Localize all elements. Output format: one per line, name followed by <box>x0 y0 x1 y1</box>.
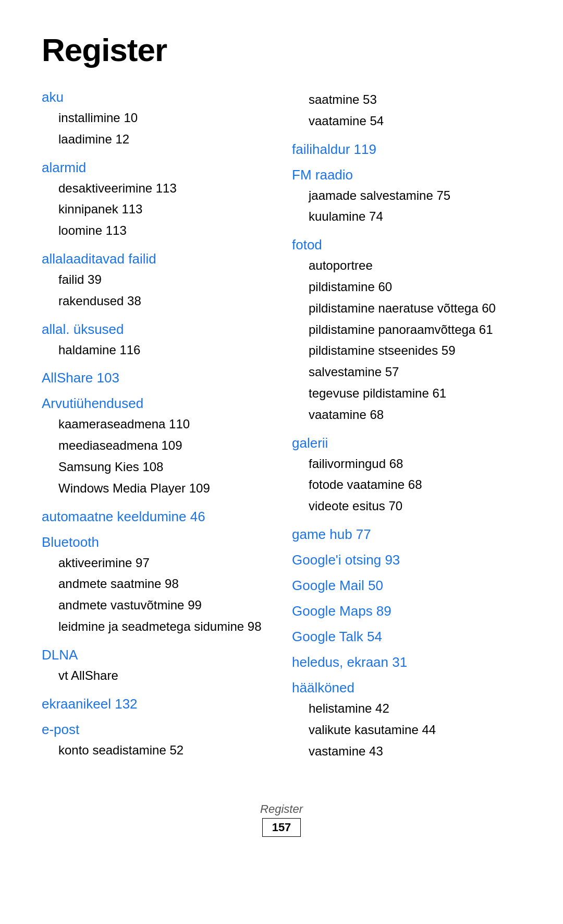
sub-item: vaatamine 54 <box>292 111 521 132</box>
sub-item: vaatamine 68 <box>292 404 521 426</box>
sub-item: valikute kasutamine 44 <box>292 719 521 741</box>
index-entry: galeriifailivormingud 68fotode vaatamine… <box>292 435 521 517</box>
sub-item: jaamade salvestamine 75 <box>292 185 521 207</box>
sub-item: autoportree <box>292 255 521 277</box>
entry-title: Google Mail 50 <box>292 578 521 594</box>
sub-item: desaktiveerimine 113 <box>42 178 271 199</box>
sub-item: Samsung Kies 108 <box>42 457 271 478</box>
sub-item: pildistamine naeratuse võttega 60 <box>292 298 521 319</box>
sub-item: failid 39 <box>42 269 271 291</box>
entry-title: allalaaditavad failid <box>42 251 271 267</box>
sub-item: andmete vastuvõtmine 99 <box>42 595 271 616</box>
sub-item: tegevuse pildistamine 61 <box>292 383 521 404</box>
index-entry: Google Maps 89 <box>292 603 521 619</box>
sub-item: andmete saatmine 98 <box>42 573 271 595</box>
sub-item: pildistamine 60 <box>292 277 521 298</box>
page-footer: Register 157 <box>42 802 521 837</box>
index-entry: game hub 77 <box>292 526 521 543</box>
index-entry: häälkönedhelistamine 42valikute kasutami… <box>292 680 521 762</box>
index-entry: automaatne keeldumine 46 <box>42 509 271 525</box>
entry-title: FM raadio <box>292 167 521 183</box>
index-entry: Arvutiühendusedkaameraseadmena 110meedia… <box>42 395 271 499</box>
index-entry: Google Talk 54 <box>292 629 521 645</box>
sub-item: fotode vaatamine 68 <box>292 474 521 496</box>
index-entry: ekraanikeel 132 <box>42 696 271 712</box>
sub-item: loomine 113 <box>42 220 271 242</box>
index-entry: FM raadiojaamade salvestamine 75kuulamin… <box>292 167 521 228</box>
entry-title: AllShare 103 <box>42 370 271 386</box>
page-title: Register <box>42 31 521 68</box>
sub-item: kuulamine 74 <box>292 206 521 227</box>
sub-item: salvestamine 57 <box>292 362 521 383</box>
page-number: 157 <box>262 818 301 837</box>
sub-item: pildistamine stseenides 59 <box>292 340 521 362</box>
sub-item: aktiveerimine 97 <box>42 553 271 574</box>
sub-item: kaameraseadmena 110 <box>42 414 271 435</box>
index-columns: akuinstallimine 10laadimine 12alarmiddes… <box>42 89 521 771</box>
index-entry: e-postkonto seadistamine 52 <box>42 722 271 761</box>
footer-label: Register <box>42 802 521 816</box>
index-entry: allal. üksusedhaldamine 116 <box>42 321 271 361</box>
sub-item: kinnipanek 113 <box>42 199 271 220</box>
index-entry: failihaldur 119 <box>292 141 521 158</box>
entry-title: automaatne keeldumine 46 <box>42 509 271 525</box>
sub-item: helistamine 42 <box>292 698 521 719</box>
sub-item: videote esitus 70 <box>292 496 521 517</box>
sub-item: leidmine ja seadmetega sidumine 98 <box>42 616 271 638</box>
entry-title: Bluetooth <box>42 534 271 550</box>
index-entry: AllShare 103 <box>42 370 271 386</box>
right-column: saatmine 53vaatamine 54failihaldur 119FM… <box>292 89 521 771</box>
index-entry: Google Mail 50 <box>292 578 521 594</box>
index-entry: heledus, ekraan 31 <box>292 654 521 670</box>
entry-title: allal. üksused <box>42 321 271 338</box>
sub-item: installimine 10 <box>42 107 271 129</box>
sub-item: failivormingud 68 <box>292 453 521 475</box>
sub-item: vastamine 43 <box>292 741 521 762</box>
entry-title: aku <box>42 89 271 105</box>
index-entry: DLNAvt AllShare <box>42 647 271 687</box>
entry-title: Arvutiühendused <box>42 395 271 412</box>
left-column: akuinstallimine 10laadimine 12alarmiddes… <box>42 89 292 771</box>
entry-title: heledus, ekraan 31 <box>292 654 521 670</box>
entry-title: game hub 77 <box>292 526 521 543</box>
index-entry: Bluetoothaktiveerimine 97andmete saatmin… <box>42 534 271 638</box>
index-entry: allalaaditavad failidfailid 39rakendused… <box>42 251 271 312</box>
index-entry: akuinstallimine 10laadimine 12 <box>42 89 271 150</box>
entry-title: Google Talk 54 <box>292 629 521 645</box>
entry-title: alarmid <box>42 160 271 176</box>
entry-title: häälköned <box>292 680 521 696</box>
entry-title: Google Maps 89 <box>292 603 521 619</box>
index-entry: fotodautoportreepildistamine 60pildistam… <box>292 237 521 425</box>
index-entry: alarmiddesaktiveerimine 113kinnipanek 11… <box>42 160 271 242</box>
entry-title: fotod <box>292 237 521 253</box>
entry-title: failihaldur 119 <box>292 141 521 158</box>
entry-title: Google'i otsing 93 <box>292 552 521 568</box>
index-entry: Google'i otsing 93 <box>292 552 521 568</box>
sub-item: laadimine 12 <box>42 129 271 150</box>
sub-item: vt AllShare <box>42 665 271 687</box>
sub-item: rakendused 38 <box>42 291 271 312</box>
sub-item: Windows Media Player 109 <box>42 478 271 499</box>
sub-item: haldamine 116 <box>42 340 271 361</box>
entry-title: DLNA <box>42 647 271 663</box>
entry-title: e-post <box>42 722 271 738</box>
index-entry: saatmine 53vaatamine 54 <box>292 89 521 132</box>
sub-item: meediaseadmena 109 <box>42 435 271 457</box>
sub-item: saatmine 53 <box>292 89 521 111</box>
sub-item: konto seadistamine 52 <box>42 740 271 761</box>
entry-title: ekraanikeel 132 <box>42 696 271 712</box>
sub-item: pildistamine panoraamvõttega 61 <box>292 319 521 341</box>
entry-title: galerii <box>292 435 521 451</box>
